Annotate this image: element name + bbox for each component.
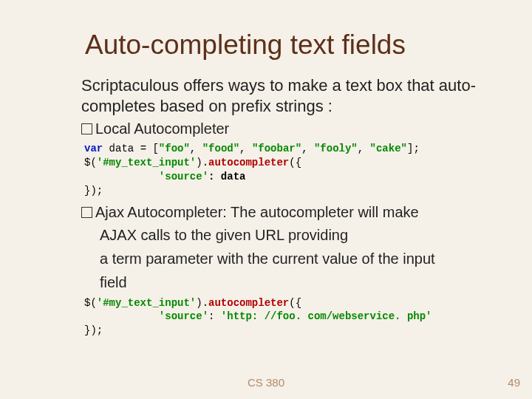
code-text: ). — [196, 157, 208, 168]
code-string: "foobar" — [252, 143, 301, 154]
page-number: 49 — [508, 376, 520, 389]
bullet-ajax-label: Ajax Autocompleter: The autocompleter wi… — [95, 204, 419, 221]
slide: Auto-completing text fields Scriptaculou… — [0, 0, 532, 399]
bullet-ajax: Ajax Autocompleter: The autocompleter wi… — [81, 204, 495, 221]
bullet-local-label: Local Autocompleter — [95, 120, 229, 137]
code-text: ({ — [289, 297, 301, 309]
code-text: ({ — [289, 157, 301, 168]
code-text: ]; — [407, 143, 420, 154]
bullet-ajax-cont-1: AJAX calls to the given URL providing — [100, 225, 495, 245]
code-text: $( — [84, 297, 97, 309]
bullet-local: Local Autocompleter — [81, 120, 495, 137]
code-text: : — [208, 310, 221, 322]
code-string: "cake" — [370, 143, 407, 154]
bullet-ajax-rest: The autocompleter will make — [231, 204, 419, 220]
bullet-ajax-cont-3: field — [100, 273, 495, 292]
code-indent — [84, 171, 159, 183]
code-text: }); — [84, 185, 103, 197]
code-text: , — [301, 143, 314, 154]
code-text: , — [358, 143, 370, 154]
code-string: 'source' — [159, 310, 208, 322]
code-string: "food" — [202, 143, 239, 154]
code-text: : data — [208, 171, 245, 183]
slide-title: Auto-completing text fields — [85, 30, 495, 61]
code-text: , — [239, 143, 252, 154]
bullet-ajax-cont-2: a term parameter with the current value … — [100, 249, 495, 268]
code-string: "foo" — [159, 143, 190, 154]
code-string: '#my_text_input' — [97, 297, 196, 309]
code-string: 'http: //foo. com/webservice. php' — [221, 310, 432, 322]
code-block-1: var data = ["foo", "food", "foobar", "fo… — [84, 142, 495, 198]
code-text: }); — [84, 324, 103, 336]
code-text: , — [190, 143, 202, 154]
code-call: autocompleter — [208, 297, 289, 309]
bullet-ajax-lead: Ajax Autocompleter: — [95, 204, 231, 220]
intro-text: Scriptaculous offers ways to make a text… — [81, 75, 495, 116]
footer-label: CS 380 — [0, 376, 532, 389]
code-string: "fooly" — [314, 143, 358, 154]
code-text: $( — [84, 157, 97, 168]
code-text: ). — [196, 297, 208, 309]
code-keyword: var — [84, 143, 103, 154]
code-call: autocompleter — [208, 157, 289, 168]
code-string: 'source' — [159, 171, 208, 183]
code-indent — [84, 310, 159, 322]
square-bullet-icon — [81, 207, 92, 218]
code-block-2: $('#my_text_input').autocompleter({ 'sou… — [84, 296, 495, 338]
code-text: data = [ — [103, 143, 159, 154]
square-bullet-icon — [81, 123, 92, 134]
code-string: '#my_text_input' — [97, 157, 196, 168]
